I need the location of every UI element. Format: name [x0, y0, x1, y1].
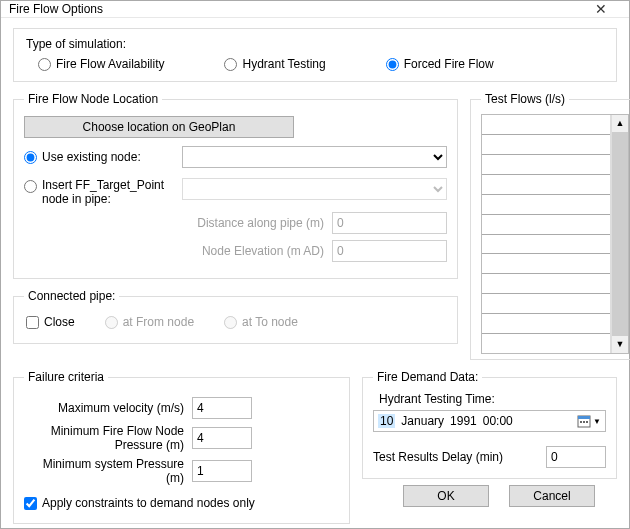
failure-legend: Failure criteria [24, 370, 108, 384]
titlebar: Fire Flow Options ✕ [1, 1, 629, 18]
radio-label-hydrant: Hydrant Testing [242, 57, 325, 71]
chevron-down-icon[interactable]: ▼ [593, 417, 601, 426]
radio-input-forced[interactable] [386, 58, 399, 71]
test-flows-grid[interactable]: ▲ ▼ [481, 114, 629, 354]
radio-forced-fire-flow[interactable]: Forced Fire Flow [386, 57, 494, 71]
grid-cell[interactable] [482, 155, 610, 175]
elevation-input [332, 240, 447, 262]
grid-cell[interactable] [482, 135, 610, 155]
grid-cell[interactable] [482, 175, 610, 195]
radio-use-existing-node[interactable]: Use existing node: [24, 150, 174, 164]
failure-criteria-group: Failure criteria Maximum velocity (m/s) … [13, 370, 350, 524]
grid-cell[interactable] [482, 215, 610, 235]
cancel-button[interactable]: Cancel [509, 485, 595, 507]
scrollbar[interactable]: ▲ ▼ [611, 115, 628, 353]
datetime-picker[interactable]: 10 January 1991 00:00 [373, 410, 606, 432]
connected-legend: Connected pipe: [24, 289, 119, 303]
fire-demand-legend: Fire Demand Data: [373, 370, 482, 384]
calendar-icon[interactable] [577, 414, 591, 428]
max-vel-label: Maximum velocity (m/s) [24, 401, 184, 415]
svg-rect-4 [586, 421, 588, 423]
close-checkbox[interactable]: Close [26, 315, 75, 329]
date-day[interactable]: 10 [378, 414, 395, 428]
node-loc-legend: Fire Flow Node Location [24, 92, 162, 106]
radio-input-avail[interactable] [38, 58, 51, 71]
hydrant-time-label: Hydrant Testing Time: [379, 392, 606, 406]
min-sys-label: Minimum system Pressure (m) [24, 457, 184, 485]
apply-constraints-label: Apply constraints to demand nodes only [42, 496, 255, 510]
scroll-thumb[interactable] [612, 132, 628, 336]
radio-hydrant-testing[interactable]: Hydrant Testing [224, 57, 325, 71]
grid-cell[interactable] [482, 334, 610, 353]
fire-flow-node-location-group: Fire Flow Node Location Choose location … [13, 92, 458, 279]
scroll-up-icon[interactable]: ▲ [612, 115, 628, 132]
dialog-window: Fire Flow Options ✕ Type of simulation: … [0, 0, 630, 529]
choose-location-button[interactable]: Choose location on GeoPlan [24, 116, 294, 138]
insert-pipe-select [182, 178, 447, 200]
content-area: Type of simulation: Fire Flow Availabili… [1, 18, 629, 529]
type-of-simulation: Type of simulation: Fire Flow Availabili… [13, 28, 617, 82]
radio-at-from-node: at From node [105, 315, 194, 329]
grid-cell[interactable] [482, 254, 610, 274]
type-sim-label: Type of simulation: [26, 37, 606, 51]
radio-input-from [105, 316, 118, 329]
radio-label-to: at To node [242, 315, 298, 329]
ok-button[interactable]: OK [403, 485, 489, 507]
radio-input-insert[interactable] [24, 180, 37, 193]
distance-input [332, 212, 447, 234]
grid-cell[interactable] [482, 294, 610, 314]
svg-rect-1 [578, 416, 590, 419]
close-label: Close [44, 315, 75, 329]
date-time[interactable]: 00:00 [483, 414, 513, 428]
date-month[interactable]: January [401, 414, 444, 428]
svg-rect-2 [580, 421, 582, 423]
apply-constraints-input[interactable] [24, 497, 37, 510]
radio-label-forced: Forced Fire Flow [404, 57, 494, 71]
results-delay-input[interactable] [546, 446, 606, 468]
radio-input-existing[interactable] [24, 151, 37, 164]
window-title: Fire Flow Options [9, 2, 581, 16]
apply-constraints-checkbox[interactable]: Apply constraints to demand nodes only [24, 496, 255, 510]
elevation-label: Node Elevation (m AD) [24, 244, 324, 258]
distance-label: Distance along pipe (m) [24, 216, 324, 230]
date-year[interactable]: 1991 [450, 414, 477, 428]
min-sys-input[interactable] [192, 460, 252, 482]
test-flows-legend: Test Flows (l/s) [481, 92, 569, 106]
scroll-down-icon[interactable]: ▼ [612, 336, 628, 353]
grid-cells[interactable] [482, 115, 611, 353]
existing-node-select[interactable] [182, 146, 447, 168]
radio-at-to-node: at To node [224, 315, 298, 329]
min-ff-label: Minimum Fire Flow Node Pressure (m) [24, 424, 184, 452]
radio-input-to [224, 316, 237, 329]
test-flows-group: Test Flows (l/s) [470, 92, 630, 360]
radio-label-existing: Use existing node: [42, 150, 141, 164]
results-delay-label: Test Results Delay (min) [373, 450, 538, 464]
fire-demand-data-group: Fire Demand Data: Hydrant Testing Time: … [362, 370, 617, 479]
grid-cell[interactable] [482, 235, 610, 255]
max-vel-input[interactable] [192, 397, 252, 419]
close-checkbox-input[interactable] [26, 316, 39, 329]
radio-label-avail: Fire Flow Availability [56, 57, 164, 71]
grid-cell[interactable] [482, 274, 610, 294]
radio-insert-ff-target[interactable]: Insert FF_Target_Point node in pipe: [24, 178, 174, 206]
grid-cell[interactable] [482, 195, 610, 215]
radio-label-from: at From node [123, 315, 194, 329]
connected-pipe-group: Connected pipe: Close at From node [13, 289, 458, 344]
radio-input-hydrant[interactable] [224, 58, 237, 71]
grid-cell[interactable] [482, 314, 610, 334]
grid-cell[interactable] [482, 115, 610, 135]
close-icon[interactable]: ✕ [581, 1, 621, 17]
min-ff-input[interactable] [192, 427, 252, 449]
radio-fire-flow-availability[interactable]: Fire Flow Availability [38, 57, 164, 71]
svg-rect-3 [583, 421, 585, 423]
radio-label-insert: Insert FF_Target_Point node in pipe: [42, 178, 174, 206]
